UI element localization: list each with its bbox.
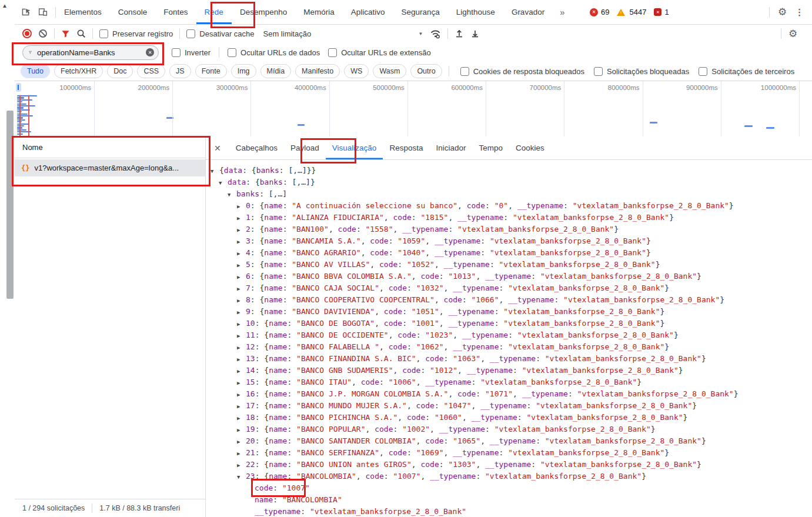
preserve-log-checkbox[interactable]: Preservar registro — [99, 29, 173, 38]
inspect-element-icon[interactable] — [21, 7, 31, 17]
expander-collapsed-icon[interactable]: ▶ — [237, 283, 246, 295]
expander-collapsed-icon[interactable]: ▶ — [237, 389, 246, 401]
more-tabs-button[interactable]: » — [553, 7, 572, 17]
expander-collapsed-icon[interactable]: ▶ — [237, 401, 246, 412]
expander-collapsed-icon[interactable]: ▶ — [237, 259, 246, 271]
expander-expanded-icon[interactable]: ▼ — [228, 189, 236, 201]
json-row-bank-18[interactable]: ▶18: {name: "BANCO PICHINCHA S.A.", code… — [206, 412, 812, 423]
filter-chip-ws[interactable]: WS — [344, 64, 369, 78]
expander-collapsed-icon[interactable]: ▶ — [237, 412, 246, 424]
network-conditions-icon[interactable] — [430, 29, 441, 39]
clear-filter-icon[interactable]: ✕ — [146, 48, 154, 56]
checkbox-box[interactable] — [328, 48, 337, 57]
filter-chip-outro[interactable]: Outro — [410, 64, 442, 78]
search-icon[interactable] — [76, 29, 86, 38]
filter-chip-img[interactable]: Img — [231, 64, 256, 78]
json-field-typename[interactable]: __typename: "vtexlatam_banksforpse_2_8_0… — [206, 506, 812, 517]
json-row-bank-5[interactable]: ▶5: {name: "BANCO AV VILLAS", code: "105… — [206, 259, 812, 271]
expander-collapsed-icon[interactable]: ▶ — [237, 365, 246, 377]
expander-collapsed-icon[interactable]: ▶ — [237, 377, 246, 389]
json-row-bank-0[interactable]: ▶0: {name: "A continuación seleccione su… — [206, 200, 812, 212]
expander-collapsed-icon[interactable]: ▶ — [237, 436, 246, 448]
clear-network-log-icon[interactable] — [38, 29, 48, 38]
expander-collapsed-icon[interactable]: ▶ — [237, 224, 246, 236]
network-settings-gear-icon[interactable]: ⚙ — [788, 28, 797, 40]
expander-collapsed-icon[interactable]: ▶ — [237, 248, 246, 259]
checkbox-box[interactable] — [699, 67, 707, 76]
filter-input[interactable] — [36, 48, 142, 58]
json-row-bank-11[interactable]: ▶11: {name: "BANCO DE OCCIDENTE", code: … — [206, 329, 812, 341]
json-row-bank-1[interactable]: ▶1: {name: "ALIANZA FIDUCIARIA", code: "… — [206, 212, 812, 224]
json-row-bank-17[interactable]: ▶17: {name: "BANCO MUNDO MUJER S.A.", co… — [206, 400, 812, 412]
expander-collapsed-icon[interactable]: ▶ — [237, 212, 246, 224]
checkbox-box[interactable] — [172, 48, 181, 57]
expander-collapsed-icon[interactable]: ▶ — [237, 330, 246, 342]
filter-input-pill[interactable]: ✕ — [22, 45, 159, 60]
checkbox-solicita-es-bloqueadas[interactable]: Solicitações bloqueadas — [594, 67, 689, 76]
checkbox-box[interactable] — [186, 29, 195, 38]
filter-chip-css[interactable]: CSS — [137, 64, 165, 78]
hide-data-urls-checkbox[interactable]: Ocultar URLs de dados — [228, 48, 320, 57]
tab-desempenho[interactable]: Desempenho — [232, 0, 295, 24]
expander-collapsed-icon[interactable]: ▶ — [237, 236, 246, 248]
expander-collapsed-icon[interactable]: ▶ — [237, 271, 246, 283]
export-har-icon[interactable] — [470, 29, 480, 38]
filter-chip-doc[interactable]: Doc — [107, 64, 133, 78]
filter-chip-m-dia[interactable]: Mídia — [260, 64, 292, 78]
json-row-bank-16[interactable]: ▶16: {name: "BANCO J.P. MORGAN COLOMBIA … — [206, 388, 812, 400]
tab-fontes[interactable]: Fontes — [155, 0, 196, 24]
json-row-bank-8[interactable]: ▶8: {name: "BANCO COOPERATIVO COOPCENTRA… — [206, 294, 812, 306]
json-row-bank-22[interactable]: ▶22: {name: "BANCO UNION antes GIROS", c… — [206, 459, 812, 471]
checkbox-box[interactable] — [228, 48, 236, 57]
json-row-bank-20[interactable]: ▶20: {name: "BANCO SANTANDER COLOMBIA", … — [206, 435, 812, 447]
filter-chip-js[interactable]: JS — [169, 64, 191, 78]
console-badges[interactable]: ✕ 69 ! 5447 ✕ 1 — [590, 0, 669, 24]
close-detail-icon[interactable]: ✕ — [214, 144, 221, 153]
json-field-name[interactable]: name: "BANCOLOMBIA" — [206, 494, 812, 506]
checkbox-solicita-es-de-terceiros[interactable]: Solicitações de terceiros — [699, 67, 794, 76]
json-row-bank-12[interactable]: ▶12: {name: "BANCO FALABELLA ", code: "1… — [206, 341, 812, 353]
request-list-column-header[interactable]: Nome — [15, 136, 205, 158]
network-overview-timeline[interactable]: 100000ms200000ms300000ms400000ms500000ms… — [15, 81, 812, 138]
filter-chip-manifesto[interactable]: Manifesto — [295, 64, 340, 78]
page-scrollbar[interactable]: ▲ — [0, 0, 15, 517]
filter-chip-tudo[interactable]: Tudo — [21, 64, 50, 78]
tab-console[interactable]: Console — [110, 0, 156, 24]
disable-cache-checkbox[interactable]: Desativar cache — [186, 29, 254, 38]
invert-checkbox[interactable]: Inverter — [172, 48, 210, 57]
json-row-bank-13[interactable]: ▶13: {name: "BANCO FINANDINA S.A. BIC", … — [206, 353, 812, 365]
tab-gravador[interactable]: Gravador — [503, 0, 553, 24]
expander-collapsed-icon[interactable]: ▶ — [237, 295, 246, 306]
tab-rede[interactable]: Rede — [196, 0, 232, 24]
filter-chip-fetch-xhr[interactable]: Fetch/XHR — [54, 64, 103, 78]
json-row-bank-9[interactable]: ▶9: {name: "BANCO DAVIVIENDA", code: "10… — [206, 306, 812, 318]
expander-collapsed-icon[interactable]: ▶ — [237, 201, 246, 212]
json-row-bank-4[interactable]: ▶4: {name: "BANCO AGRARIO", code: "1040"… — [206, 247, 812, 259]
json-field-code[interactable]: code: "1007" — [206, 482, 812, 494]
json-data-line[interactable]: ▼data: {banks: [,…]} — [206, 176, 812, 188]
request-row[interactable]: {}v1?workspace=master&maxAge=long&a... — [15, 159, 205, 176]
json-row-bank-6[interactable]: ▶6: {name: "BANCO BBVA COLOMBIA S.A.", c… — [206, 271, 812, 282]
expander-expanded-icon[interactable]: ▼ — [237, 471, 246, 483]
detail-tab-visualiza-o[interactable]: Visualização — [326, 136, 383, 159]
expander-collapsed-icon[interactable]: ▶ — [237, 306, 246, 318]
json-row-bank-2[interactable]: ▶2: {name: "BAN100", code: "1558", __typ… — [206, 224, 812, 235]
json-row-bank-10[interactable]: ▶10: {name: "BANCO DE BOGOTA", code: "10… — [206, 318, 812, 329]
json-banks-line[interactable]: ▼banks: [,…] — [206, 188, 812, 200]
detail-tab-payload[interactable]: Payload — [284, 136, 326, 159]
detail-tab-tempo[interactable]: Tempo — [472, 136, 509, 159]
checkbox-box[interactable] — [99, 29, 108, 38]
expander-expanded-icon[interactable]: ▼ — [210, 165, 219, 177]
expander-collapsed-icon[interactable]: ▶ — [237, 448, 246, 459]
toggle-device-toolbar-icon[interactable] — [38, 7, 48, 17]
json-row-bank-21[interactable]: ▶21: {name: "BANCO SERFINANZA", code: "1… — [206, 447, 812, 459]
json-row-bank-3[interactable]: ▶3: {name: "BANCAMIA S.A.", code: "1059"… — [206, 235, 812, 247]
expander-expanded-icon[interactable]: ▼ — [219, 177, 228, 189]
expander-collapsed-icon[interactable]: ▶ — [237, 353, 246, 365]
detail-tab-iniciador[interactable]: Iniciador — [429, 136, 472, 159]
record-network-log-icon[interactable] — [22, 29, 32, 38]
expander-collapsed-icon[interactable]: ▶ — [237, 318, 246, 330]
json-row-bank-7[interactable]: ▶7: {name: "BANCO CAJA SOCIAL", code: "1… — [206, 282, 812, 294]
scroll-up-icon[interactable]: ▲ — [2, 2, 8, 9]
expander-collapsed-icon[interactable]: ▶ — [237, 459, 246, 471]
